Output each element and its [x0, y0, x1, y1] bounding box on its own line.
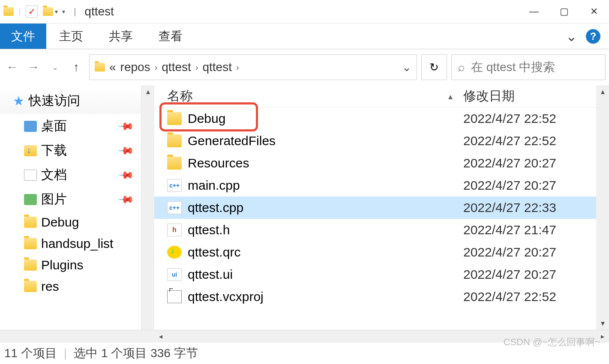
sidebar-item-图片[interactable]: 图片📌	[0, 187, 141, 212]
file-row[interactable]: hqttest.h2022/4/27 21:47	[154, 219, 596, 241]
navbar: ← → ⌄ ↑ « repos › qttest › qttest › ⌄ ↻ …	[0, 49, 609, 85]
file-row[interactable]: c++qttest.cpp2022/4/27 22:33	[154, 197, 596, 219]
file-row[interactable]: Debug2022/4/27 22:52	[154, 107, 596, 130]
sort-indicator-icon[interactable]: ▴	[438, 91, 463, 101]
sidebar-item-label: 文档	[41, 166, 67, 184]
chevron-down-icon: ▾	[55, 8, 58, 15]
nav-back-button[interactable]: ←	[3, 59, 21, 76]
file-row[interactable]: uiqttest.ui2022/4/27 20:27	[154, 263, 596, 286]
chevron-right-icon[interactable]: ›	[155, 63, 158, 72]
sidebar-item-res[interactable]: res	[0, 276, 141, 297]
main-area: ★ 快速访问 桌面📌下载📌文档📌图片📌Debughandsup_listPlug…	[0, 85, 609, 330]
app-folder-icon	[3, 7, 14, 16]
address-folder-icon	[95, 63, 105, 72]
file-list: Debug2022/4/27 22:52GeneratedFiles2022/4…	[154, 107, 596, 330]
nav-history-dropdown[interactable]: ⌄	[46, 59, 63, 76]
sidebar-item-label: res	[41, 279, 59, 294]
search-placeholder: 在 qttest 中搜索	[471, 59, 555, 75]
sidebar-item-桌面[interactable]: 桌面📌	[0, 114, 141, 138]
sidebar-quick-access[interactable]: ★ 快速访问	[0, 88, 141, 114]
sidebar-item-debug[interactable]: Debug	[0, 212, 141, 233]
file-row[interactable]: c++main.cpp2022/4/27 20:27	[154, 174, 596, 197]
qat-properties-icon[interactable]: ✓	[26, 6, 38, 18]
download-icon	[24, 145, 37, 156]
chevron-right-icon[interactable]: ›	[236, 63, 239, 72]
file-scrollbar[interactable]: ▴ ▾	[596, 85, 609, 330]
sidebar-scrollbar[interactable]: ▴	[141, 85, 154, 330]
file-date: 2022/4/27 20:27	[463, 267, 596, 282]
sidebar-item-下载[interactable]: 下载📌	[0, 138, 141, 163]
file-row[interactable]: qttest.vcxproj2022/4/27 22:52	[154, 286, 596, 308]
titlebar-sep: |	[19, 8, 21, 15]
qat-dropdown[interactable]: ▾ ▾	[43, 7, 65, 16]
ui-icon: ui	[167, 268, 182, 281]
sidebar-item-label: 图片	[41, 191, 67, 208]
sidebar-item-label: Debug	[41, 215, 79, 230]
column-date[interactable]: 修改日期	[463, 87, 596, 105]
crumb-repos[interactable]: repos	[120, 60, 150, 74]
folder-icon	[24, 217, 37, 228]
search-icon: ⌕	[458, 60, 465, 74]
folder-icon	[167, 112, 182, 125]
scroll-left-icon[interactable]: ◂	[154, 330, 167, 343]
titlebar: | ✓ ▾ ▾ | qttest — ▢ ✕	[0, 0, 609, 24]
address-bar[interactable]: « repos › qttest › qttest › ⌄	[89, 54, 417, 80]
ribbon-expand-icon[interactable]: ⌄	[566, 28, 577, 45]
file-date: 2022/4/27 22:52	[463, 111, 596, 126]
h-icon: h	[167, 224, 182, 236]
file-date: 2022/4/27 20:27	[463, 156, 596, 170]
file-date: 2022/4/27 22:52	[463, 289, 596, 304]
pin-icon: 📌	[117, 166, 135, 184]
chevron-right-icon[interactable]: ›	[195, 63, 198, 72]
nav-up-button[interactable]: ↑	[68, 59, 85, 76]
scroll-down-icon[interactable]: ▾	[596, 317, 609, 330]
qrc-icon	[167, 246, 182, 259]
close-button[interactable]: ✕	[579, 0, 609, 24]
refresh-button[interactable]: ↻	[421, 54, 447, 80]
ribbon-file-tab[interactable]: 文件	[0, 24, 46, 49]
crumb-qttest1[interactable]: qttest	[162, 60, 191, 74]
qat-folder-icon	[43, 7, 53, 16]
search-box[interactable]: ⌕ 在 qttest 中搜索	[451, 54, 606, 80]
sidebar-item-handsup_list[interactable]: handsup_list	[0, 233, 141, 254]
ribbon-tab-share[interactable]: 共享	[96, 24, 146, 49]
column-name[interactable]: 名称	[167, 87, 438, 105]
sidebar-item-文档[interactable]: 文档📌	[0, 163, 141, 187]
status-count: 11 个项目	[4, 345, 57, 361]
watermark: CSDN @~怎么回事啊~	[504, 336, 600, 349]
sidebar-item-plugins[interactable]: Plugins	[0, 254, 141, 276]
doc-icon	[24, 170, 37, 181]
maximize-button[interactable]: ▢	[549, 0, 579, 24]
quick-access-label: 快速访问	[29, 92, 80, 110]
address-dropdown-icon[interactable]: ⌄	[402, 61, 411, 74]
file-row[interactable]: Resources2022/4/27 20:27	[154, 152, 596, 174]
help-icon[interactable]: ?	[586, 29, 600, 44]
sidebar: ★ 快速访问 桌面📌下载📌文档📌图片📌Debughandsup_listPlug…	[0, 85, 141, 330]
overflow-icon: ▾	[62, 8, 65, 15]
file-name: main.cpp	[188, 178, 240, 193]
file-row[interactable]: qttest.qrc2022/4/27 20:27	[154, 241, 596, 263]
desktop-icon	[24, 121, 37, 132]
ribbon-tab-home[interactable]: 主页	[46, 24, 96, 49]
minimize-button[interactable]: —	[519, 0, 549, 24]
file-date: 2022/4/27 22:33	[463, 200, 596, 215]
nav-forward-button[interactable]: →	[25, 59, 42, 76]
sidebar-item-label: handsup_list	[41, 236, 113, 251]
cpp-icon: c++	[167, 201, 182, 214]
ribbon: 文件 主页 共享 查看 ⌄ ?	[0, 24, 609, 49]
sidebar-item-label: 下载	[41, 142, 67, 159]
file-row[interactable]: GeneratedFiles2022/4/27 22:52	[154, 130, 596, 152]
file-pane: 名称 ▴ 修改日期 Debug2022/4/27 22:52GeneratedF…	[154, 85, 596, 330]
scroll-up-icon[interactable]: ▴	[141, 85, 154, 98]
file-name: qttest.qrc	[188, 245, 240, 260]
window-title: qttest	[84, 5, 114, 18]
file-date: 2022/4/27 20:27	[463, 178, 596, 193]
status-sep: |	[64, 346, 67, 360]
crumb-ellipsis[interactable]: «	[109, 60, 116, 74]
cpp-icon: c++	[167, 179, 182, 192]
crumb-qttest2[interactable]: qttest	[202, 60, 231, 74]
file-date: 2022/4/27 21:47	[463, 223, 596, 237]
ribbon-tab-view[interactable]: 查看	[146, 24, 195, 49]
scroll-up-icon[interactable]: ▴	[596, 85, 609, 98]
folder-icon	[167, 157, 182, 170]
